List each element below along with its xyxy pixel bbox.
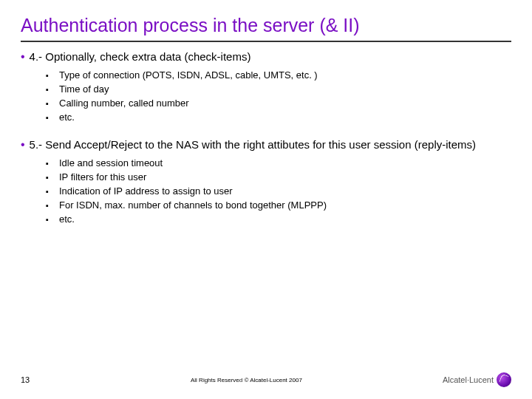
brand-logo: Alcatel·Lucent: [443, 372, 511, 387]
copyright-text: All Rights Reserved © Alcatel-Lucent 200…: [50, 377, 443, 383]
list-item: Time of day: [46, 83, 511, 96]
list-item: IP filters for this user: [46, 171, 511, 184]
list-item: etc.: [46, 213, 511, 226]
section-2-head-text: 5.- Send Accept/Reject to the NAS with t…: [30, 137, 476, 152]
section-2-list: Idle and session timeout IP filters for …: [21, 157, 511, 226]
list-item: For ISDN, max. number of channels to bon…: [46, 199, 511, 212]
bullet-dot-icon: •: [21, 50, 25, 64]
slide-title: Authentication process in the server (& …: [21, 15, 511, 42]
list-item: Indication of IP address to assign to us…: [46, 185, 511, 198]
section-1-head: • 4.- Optionally, check extra data (chec…: [21, 50, 511, 64]
section-1-head-text: 4.- Optionally, check extra data (check-…: [30, 50, 251, 64]
brand-text: Alcatel·Lucent: [443, 375, 494, 384]
page-number: 13: [21, 375, 50, 384]
bullet-dot-icon: •: [21, 137, 25, 152]
list-item: Calling number, called number: [46, 97, 511, 110]
list-item: etc.: [46, 111, 511, 124]
slide-footer: 13 All Rights Reserved © Alcatel-Lucent …: [0, 369, 532, 390]
list-item: Idle and session timeout: [46, 157, 511, 170]
section-1-list: Type of connection (POTS, ISDN, ADSL, ca…: [21, 69, 511, 124]
section-2-head: • 5.- Send Accept/Reject to the NAS with…: [21, 137, 511, 152]
section-1: • 4.- Optionally, check extra data (chec…: [21, 50, 511, 124]
list-item: Type of connection (POTS, ISDN, ADSL, ca…: [46, 69, 511, 82]
brand-mark-icon: [497, 372, 511, 387]
section-2: • 5.- Send Accept/Reject to the NAS with…: [21, 137, 511, 226]
